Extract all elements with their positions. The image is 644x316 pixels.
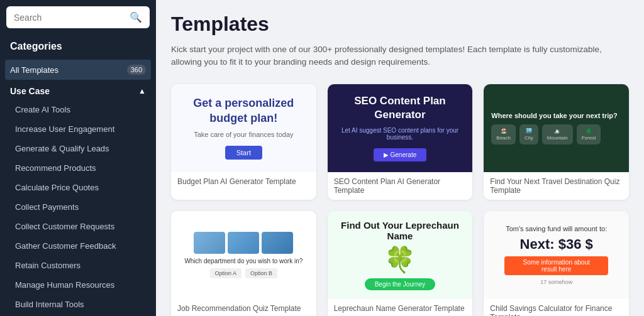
travel-emoji-beach: 🏖️Beach: [491, 124, 516, 144]
savings-amount: Next: $36 $: [520, 236, 593, 253]
travel-emoji-city: 🏙️City: [519, 124, 538, 144]
sidebar-item-calculate-price-quotes[interactable]: Calculate Price Quotes: [0, 178, 156, 197]
template-label-savings: Child Savings Calculator for Finance Tem…: [484, 299, 629, 317]
template-label-job: Job Recommendation Quiz Template: [171, 299, 316, 317]
sidebar-item-increase-user-engagement[interactable]: Increase User Engagement: [0, 119, 156, 139]
main-content: Templates Kick start your project with o…: [156, 0, 644, 316]
sidebar-item-manage-human-resources[interactable]: Manage Human Resources: [0, 275, 156, 295]
template-label-leprechaun: Leprechaun Name Generator Template: [328, 299, 473, 317]
template-preview-savings: Tom's saving fund will amount to: Next: …: [484, 211, 629, 299]
sidebar-item-build-internal-tools[interactable]: Build Internal Tools: [0, 295, 156, 314]
seo-generate-button[interactable]: ▶ Generate: [374, 148, 426, 161]
sidebar-item-use-case[interactable]: Use Case ▲: [0, 80, 156, 100]
template-label-travel: Find Your Next Travel Destination Quiz T…: [484, 172, 629, 200]
job-option-1: Option A: [210, 268, 242, 278]
search-icon: 🔍: [130, 11, 142, 23]
seo-subtitle: Let AI suggest SEO content plans for you…: [338, 127, 463, 141]
use-case-label: Use Case: [10, 86, 50, 96]
travel-emoji-mountain: 🏔️Mountain: [542, 124, 573, 144]
sidebar-item-all-templates[interactable]: All Templates 360: [5, 60, 151, 80]
savings-note: 17 somehow: [540, 279, 572, 285]
job-img-1: [194, 232, 225, 254]
page-title: Templates: [171, 13, 629, 36]
gather-customer-feedback-label: Gather Customer Feedback: [15, 241, 116, 251]
templates-grid: Get a personalizedbudget plan! Take care…: [171, 84, 629, 317]
job-option-2: Option B: [245, 268, 277, 278]
template-card-budget-plan[interactable]: Get a personalizedbudget plan! Take care…: [171, 84, 316, 200]
sidebar: 🔍 Categories All Templates 360 Use Case …: [0, 0, 156, 316]
leprechaun-begin-button[interactable]: Begin the Journey: [365, 278, 436, 290]
template-label-budget: Budget Plan AI Generator Template: [171, 172, 316, 191]
collect-customer-requests-label: Collect Customer Requests: [15, 222, 114, 231]
collect-payments-label: Collect Payments: [15, 202, 79, 212]
template-preview-travel: Where should you take your next trip? 🏖️…: [484, 84, 629, 172]
sidebar-item-generate-qualify-leads[interactable]: Generate & Qualify Leads: [0, 139, 156, 158]
sidebar-item-collect-customer-requests[interactable]: Collect Customer Requests: [0, 217, 156, 236]
job-img-3: [262, 232, 293, 254]
seo-title: SEO Content PlanGenerator: [354, 94, 445, 122]
manage-human-resources-label: Manage Human Resources: [15, 280, 114, 290]
build-internal-tools-label: Build Internal Tools: [15, 300, 84, 309]
job-options: Option A Option B: [210, 268, 278, 278]
sidebar-item-recommend-products[interactable]: Recommend Products: [0, 158, 156, 178]
search-bar[interactable]: 🔍: [6, 6, 150, 28]
create-ai-tools-label: Create AI Tools: [15, 105, 70, 114]
job-images: [194, 232, 293, 254]
travel-question: Where should you take your next trip?: [491, 112, 617, 119]
leprechaun-emoji: 🍀: [384, 245, 416, 275]
budget-subtitle: Take care of your finances today: [194, 131, 293, 138]
all-templates-badge: 360: [127, 65, 146, 75]
template-preview-job: Which department do you wish to work in?…: [171, 211, 316, 299]
travel-emojis: 🏖️Beach 🏙️City 🏔️Mountain 🌲Forest: [491, 124, 601, 144]
travel-emoji-forest: 🌲Forest: [577, 124, 601, 144]
budget-title: Get a personalizedbudget plan!: [193, 96, 294, 126]
search-input[interactable]: [14, 13, 125, 23]
calculate-price-quotes-label: Calculate Price Quotes: [15, 183, 99, 192]
recommend-products-label: Recommend Products: [15, 163, 96, 173]
sidebar-item-gather-customer-feedback[interactable]: Gather Customer Feedback: [0, 236, 156, 256]
sidebar-item-collect-payments[interactable]: Collect Payments: [0, 197, 156, 217]
template-preview-budget: Get a personalizedbudget plan! Take care…: [171, 84, 316, 172]
increase-user-engagement-label: Increase User Engagement: [15, 124, 114, 134]
use-case-chevron: ▲: [138, 87, 146, 95]
job-question: Which department do you wish to work in?: [184, 258, 303, 264]
budget-start-button[interactable]: Start: [225, 146, 262, 160]
template-card-savings[interactable]: Tom's saving fund will amount to: Next: …: [484, 211, 629, 317]
template-label-seo: SEO Content Plan AI Generator Template: [328, 172, 473, 200]
page-description: Kick start your project with one of our …: [171, 43, 629, 69]
savings-title: Tom's saving fund will amount to:: [506, 225, 607, 232]
categories-header: Categories: [0, 36, 156, 60]
sidebar-item-create-ai-tools[interactable]: Create AI Tools: [0, 100, 156, 119]
retain-customers-label: Retain Customers: [15, 261, 80, 270]
savings-input-row: Some information about result here: [504, 256, 608, 275]
template-card-travel[interactable]: Where should you take your next trip? 🏖️…: [484, 84, 629, 200]
template-preview-seo: SEO Content PlanGenerator Let AI suggest…: [328, 84, 473, 172]
template-card-job[interactable]: Which department do you wish to work in?…: [171, 211, 316, 317]
leprechaun-title: Find Out Your Leprechaun Name: [334, 220, 467, 241]
sidebar-item-retain-customers[interactable]: Retain Customers: [0, 256, 156, 275]
template-card-seo[interactable]: SEO Content PlanGenerator Let AI suggest…: [328, 84, 473, 200]
generate-qualify-leads-label: Generate & Qualify Leads: [15, 144, 109, 153]
template-preview-leprechaun: Find Out Your Leprechaun Name 🍀 Begin th…: [328, 211, 473, 299]
job-img-2: [228, 232, 259, 254]
sidebar-item-label: All Templates: [10, 65, 58, 75]
template-card-leprechaun[interactable]: Find Out Your Leprechaun Name 🍀 Begin th…: [328, 211, 473, 317]
